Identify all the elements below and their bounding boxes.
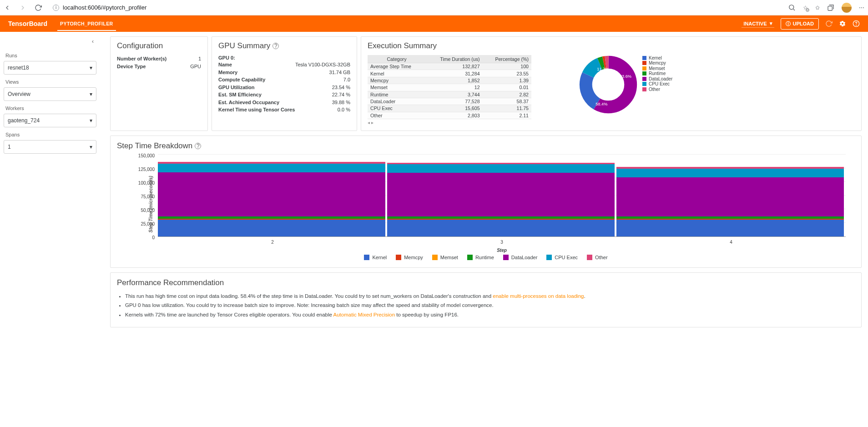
views-label: Views — [5, 79, 95, 85]
rec-title: Performance Recommendation — [117, 278, 855, 287]
workers-label: Workers — [5, 105, 95, 111]
step-chart: Step Time (microseconds) 025,00050,00075… — [158, 155, 846, 253]
config-card: Configuration Number of Worker(s)1Device… — [110, 36, 208, 131]
chevron-down-icon: ▾ — [90, 117, 92, 124]
config-title: Configuration — [117, 41, 201, 50]
gpu-row: GPU Utilization23.54 % — [218, 84, 350, 91]
rec-item: GPU 0 has low utilization. You could try… — [125, 301, 855, 309]
legend-item: Other — [642, 87, 672, 92]
svg-rect-1 — [828, 6, 832, 10]
gear-icon[interactable] — [839, 20, 846, 27]
favorites-bar-icon[interactable]: ✩ — [815, 5, 820, 11]
donut-chart: 23.6% 11.7% 58.4% — [579, 55, 638, 114]
gpu-title: GPU Summary — [218, 41, 270, 50]
app-header: TensorBoard PYTORCH_PROFILER INACTIVE ▾ … — [0, 15, 868, 32]
table-row: Other2,8032.11 — [368, 112, 531, 119]
workers-select[interactable]: gaoteng_724▾ — [4, 114, 96, 127]
legend-item: DataLoader — [642, 76, 672, 81]
chevron-down-icon: ▾ — [90, 91, 92, 97]
app-title: TensorBoard — [8, 20, 47, 27]
refresh-icon[interactable] — [825, 20, 833, 27]
legend-item: CPU Exec — [546, 255, 578, 260]
table-row: Kernel31,28423.55 — [368, 70, 531, 77]
back-icon[interactable] — [4, 4, 11, 11]
tab-pytorch-profiler[interactable]: PYTORCH_PROFILER — [57, 16, 116, 31]
gpu-card: GPU Summary? GPU 0: NameTesla V100-DGXS-… — [212, 36, 357, 131]
sidebar-collapse-icon[interactable]: ‹ — [4, 36, 96, 48]
info-icon[interactable]: i — [53, 5, 59, 11]
runs-label: Runs — [5, 53, 95, 58]
svg-text:11.7%: 11.7% — [597, 67, 609, 71]
spans-label: Spans — [5, 132, 95, 137]
bar-step-4 — [616, 167, 844, 236]
bar-step-3 — [387, 163, 615, 236]
views-select[interactable]: Overview▾ — [4, 87, 96, 101]
table-row: Memset120.01 — [368, 84, 531, 91]
forward-icon[interactable] — [19, 4, 26, 11]
legend-item: Kernel — [642, 55, 672, 60]
collections-icon[interactable] — [827, 4, 834, 11]
help-icon[interactable] — [853, 20, 860, 27]
bar-step-2 — [158, 162, 385, 236]
reload-icon[interactable] — [35, 4, 42, 11]
donut-legend: KernelMemcpyMemsetRuntimeDataLoaderCPU E… — [642, 55, 672, 92]
favorite-icon[interactable]: ☆0 — [803, 5, 808, 11]
gpu-head: GPU 0: — [218, 55, 350, 60]
gpu-row: Memory31.74 GB — [218, 69, 350, 76]
legend-item: Memcpy — [396, 255, 423, 260]
legend-item: CPU Exec — [642, 81, 672, 86]
gpu-row: Est. SM Efficiency22.74 % — [218, 91, 350, 99]
svg-text:58.4%: 58.4% — [595, 102, 607, 106]
rec-link[interactable]: enable multi-processes on data loading — [493, 293, 584, 299]
more-icon[interactable]: ⋯ — [859, 5, 864, 11]
upload-button[interactable]: ⓘ UPLOAD — [781, 18, 819, 30]
chevron-down-icon: ▾ — [770, 20, 772, 26]
gpu-row: Compute Capability7.0 — [218, 76, 350, 84]
exec-card: Execution Summary Category Time Duration… — [361, 36, 862, 131]
step-legend: KernelMemcpyMemsetRuntimeDataLoaderCPU E… — [117, 255, 855, 260]
browser-toolbar: i localhost:6006/#pytorch_profiler ☆0 ✩ … — [0, 0, 868, 15]
runs-select[interactable]: resnet18▾ — [4, 61, 96, 75]
svg-point-0 — [789, 5, 794, 10]
legend-item: Other — [587, 255, 608, 260]
legend-item: Memcpy — [642, 60, 672, 65]
table-row: CPU Exec15,60511.75 — [368, 105, 531, 112]
gpu-row: NameTesla V100-DGXS-32GB — [218, 61, 350, 69]
rec-link[interactable]: Automatic Mixed Precision — [333, 312, 395, 317]
table-pager[interactable]: ◂ ▸ — [368, 119, 531, 125]
exec-table: Category Time Duration (us) Percentage (… — [368, 55, 531, 119]
config-row: Device TypeGPU — [117, 63, 201, 70]
svg-point-3 — [856, 25, 857, 25]
spans-select[interactable]: 1▾ — [4, 140, 96, 154]
legend-item: DataLoader — [503, 255, 538, 260]
sidebar: ‹ Runs resnet18▾ Views Overview▾ Workers… — [0, 32, 100, 341]
legend-item: Runtime — [642, 71, 672, 76]
legend-item: Memset — [642, 66, 672, 71]
upload-icon: ⓘ — [786, 20, 791, 27]
gpu-row: Est. Achieved Occupancy39.88 % — [218, 99, 350, 106]
gpu-row: Kernel Time using Tensor Cores0.0 % — [218, 106, 350, 114]
zoom-icon[interactable] — [788, 4, 796, 11]
legend-item: Runtime — [467, 255, 494, 260]
legend-item: Memset — [432, 255, 458, 260]
legend-item: Kernel — [364, 255, 387, 260]
user-avatar[interactable] — [842, 3, 852, 13]
exec-title: Execution Summary — [368, 41, 855, 50]
chevron-down-icon: ▾ — [90, 144, 92, 150]
chevron-down-icon: ▾ — [90, 65, 92, 71]
table-row: Memcpy1,8521.39 — [368, 77, 531, 84]
mode-select[interactable]: INACTIVE ▾ — [742, 20, 774, 28]
rec-card: Performance Recommendation This run has … — [110, 272, 862, 327]
rec-item: This run has high time cost on input dat… — [125, 292, 855, 300]
rec-item: Kernels with 72% time are launched by Te… — [125, 311, 855, 319]
step-card: Step Time Breakdown? Step Time (microsec… — [110, 136, 862, 268]
table-row: Average Step Time132,827100 — [368, 63, 531, 70]
table-row: DataLoader77,52858.37 — [368, 98, 531, 105]
help-icon[interactable]: ? — [195, 143, 201, 149]
config-row: Number of Worker(s)1 — [117, 55, 201, 63]
help-icon[interactable]: ? — [273, 43, 279, 49]
url-text[interactable]: localhost:6006/#pytorch_profiler — [63, 4, 146, 11]
table-row: Runtime3,7442.82 — [368, 91, 531, 98]
svg-text:23.6%: 23.6% — [620, 74, 631, 79]
step-title: Step Time Breakdown — [117, 141, 192, 151]
